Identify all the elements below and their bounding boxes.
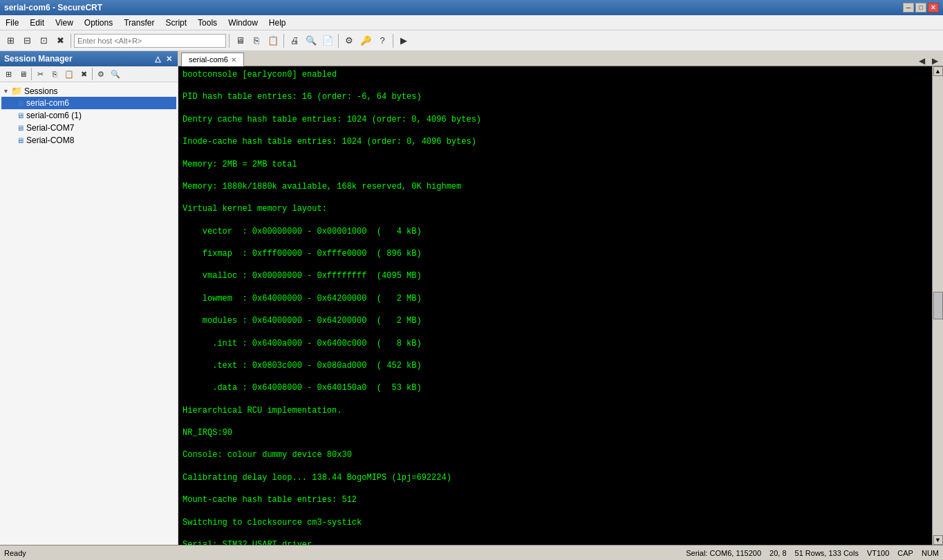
session-find-btn[interactable]: 🔍 xyxy=(109,68,122,80)
status-ready: Ready xyxy=(4,549,26,557)
term-line: .data : 0x64008000 - 0x640150a0 ( 53 kB) xyxy=(183,382,928,393)
status-serial: Serial: COM6, 115200 xyxy=(686,549,761,557)
term-line: .text : 0x0803c000 - 0x080ad000 ( 452 kB… xyxy=(183,360,928,371)
term-line: Mount-cache hash table entries: 512 xyxy=(183,494,928,505)
status-bar: Ready Serial: COM6, 115200 20, 8 51 Rows… xyxy=(0,545,943,560)
toolbar-btn-2[interactable]: ⊟ xyxy=(19,33,35,48)
session-toolbar: ⊞ 🖥 ✂ ⎘ 📋 ✖ ⚙ 🔍 xyxy=(0,66,178,82)
toolbar-print[interactable]: 🖨 xyxy=(287,33,302,48)
menu-transfer[interactable]: Transfer xyxy=(118,15,160,30)
session-icon-3: 🖥 xyxy=(17,124,24,132)
menu-tools[interactable]: Tools xyxy=(192,15,223,30)
term-line: .init : 0x6400a000 - 0x6400c000 ( 8 kB) xyxy=(183,338,928,349)
status-right: Serial: COM6, 115200 20, 8 51 Rows, 133 … xyxy=(686,549,939,557)
tab-nav-left[interactable]: ◀ xyxy=(917,56,927,66)
menu-view[interactable]: View xyxy=(50,15,79,30)
session-panel-header-controls: △ ✕ xyxy=(153,55,174,64)
status-position: 20, 8 xyxy=(769,549,786,557)
title-bar: serial-com6 - SecureCRT ─ □ ✕ xyxy=(0,0,943,15)
term-line: Hierarchical RCU implementation. xyxy=(183,405,928,416)
tabs-right: ◀ ▶ xyxy=(917,56,943,66)
term-line: vmalloc : 0x00000000 - 0xffffffff (4095 … xyxy=(183,270,928,281)
toolbar-separator-2 xyxy=(229,34,230,48)
term-line: Calibrating delay loop... 138.44 BogoMIP… xyxy=(183,472,928,483)
session-icon-4: 🖥 xyxy=(17,136,24,144)
title-bar-controls: ─ □ ✕ xyxy=(903,3,939,12)
toolbar-help[interactable]: ? xyxy=(375,33,390,48)
session-panel: Session Manager △ ✕ ⊞ 🖥 ✂ ⎘ 📋 ✖ ⚙ 🔍 ▼ 📁 … xyxy=(0,51,178,545)
tab-nav-right[interactable]: ▶ xyxy=(930,56,940,66)
menu-script[interactable]: Script xyxy=(160,15,192,30)
term-line: fixmap : 0xfff00000 - 0xfffe0000 ( 896 k… xyxy=(183,248,928,259)
toolbar-log[interactable]: 📄 xyxy=(320,33,335,48)
session-connect-btn[interactable]: 🖥 xyxy=(16,68,30,80)
session-cut-btn[interactable]: ✂ xyxy=(33,68,47,80)
toolbar-btn-1[interactable]: ⊞ xyxy=(3,33,18,48)
menu-file[interactable]: File xyxy=(0,15,24,30)
terminal-wrapper: bootconsole [earlycon0] enabled PID hash… xyxy=(178,66,943,545)
tabs-bar: serial-com6 ✕ ◀ ▶ xyxy=(178,51,943,66)
scroll-up-btn[interactable]: ▲ xyxy=(933,66,943,76)
terminal-scrollbar[interactable]: ▲ ▼ xyxy=(932,66,943,545)
term-line: lowmem : 0x64000000 - 0x64200000 ( 2 MB) xyxy=(183,293,928,304)
session-tree: ▼ 📁 Sessions 🖥 serial-com6 🖥 serial-com6… xyxy=(0,82,178,545)
session-new-btn[interactable]: ⊞ xyxy=(1,68,15,80)
panel-close-button[interactable]: ✕ xyxy=(165,55,174,64)
menu-help[interactable]: Help xyxy=(263,15,292,30)
minimize-button[interactable]: ─ xyxy=(903,3,914,12)
scroll-down-btn[interactable]: ▼ xyxy=(933,535,943,545)
status-cap: CAP xyxy=(897,549,913,557)
session-paste-btn[interactable]: 📋 xyxy=(62,68,76,80)
toolbar-script[interactable]: ▶ xyxy=(396,33,411,48)
tab-serial-com6[interactable]: serial-com6 ✕ xyxy=(181,53,244,66)
toolbar-btn-4[interactable]: ✖ xyxy=(53,33,68,48)
menu-bar: File Edit View Options Transfer Script T… xyxy=(0,15,943,30)
toolbar-find[interactable]: 🔍 xyxy=(304,33,319,48)
tree-item-serial-com8[interactable]: 🖥 Serial-COM8 xyxy=(1,134,176,147)
term-line: vector : 0x00000000 - 0x00001000 ( 4 kB) xyxy=(183,226,928,237)
term-line: Switching to clocksource cm3-systick xyxy=(183,517,928,528)
tab-label-1: serial-com6 xyxy=(189,55,228,64)
right-pane: serial-com6 ✕ ◀ ▶ bootconsole [earlycon0… xyxy=(178,51,943,545)
close-button[interactable]: ✕ xyxy=(928,3,939,12)
toolbar-btn-3[interactable]: ⊡ xyxy=(36,33,51,48)
session-copy-btn[interactable]: ⎘ xyxy=(48,68,62,80)
toolbar-separator-4 xyxy=(338,34,339,48)
session-props-btn[interactable]: ⚙ xyxy=(94,68,108,80)
toolbar-connect[interactable]: 🖥 xyxy=(232,33,248,48)
tree-item-label-3: Serial-COM7 xyxy=(26,123,74,133)
toolbar-separator-3 xyxy=(283,34,284,48)
toolbar-copy[interactable]: ⎘ xyxy=(249,33,264,48)
host-input[interactable] xyxy=(74,34,226,48)
expand-icon: ▼ xyxy=(3,88,9,95)
session-icon-1: 🖥 xyxy=(17,99,24,107)
term-line: Virtual kernel memory layout: xyxy=(183,203,928,214)
session-manager-title: Session Manager xyxy=(4,54,73,64)
tree-item-serial-com7[interactable]: 🖥 Serial-COM7 xyxy=(1,122,176,134)
tree-item-label-1: serial-com6 xyxy=(26,98,69,108)
term-line: Memory: 2MB = 2MB total xyxy=(183,159,928,170)
term-line: modules : 0x64000000 - 0x64200000 ( 2 MB… xyxy=(183,315,928,326)
toolbar-settings[interactable]: ⚙ xyxy=(342,33,357,48)
tree-root-sessions[interactable]: ▼ 📁 Sessions xyxy=(1,85,176,97)
folder-icon: 📁 xyxy=(11,86,22,96)
main-area: Session Manager △ ✕ ⊞ 🖥 ✂ ⎘ 📋 ✖ ⚙ 🔍 ▼ 📁 … xyxy=(0,51,943,545)
tree-item-serial-com6[interactable]: 🖥 serial-com6 xyxy=(1,97,176,109)
term-line: Dentry cache hash table entries: 1024 (o… xyxy=(183,114,928,125)
menu-options[interactable]: Options xyxy=(79,15,118,30)
toolbar-separator-5 xyxy=(393,34,393,48)
menu-window[interactable]: Window xyxy=(223,15,263,30)
tab-close-1[interactable]: ✕ xyxy=(231,56,236,64)
tree-item-label-2: serial-com6 (1) xyxy=(26,111,82,120)
maximize-button[interactable]: □ xyxy=(915,3,926,12)
tree-item-serial-com6-1[interactable]: 🖥 serial-com6 (1) xyxy=(1,109,176,122)
scroll-thumb[interactable] xyxy=(933,292,943,319)
tabs-left: serial-com6 ✕ xyxy=(181,53,244,66)
terminal[interactable]: bootconsole [earlycon0] enabled PID hash… xyxy=(178,66,932,545)
toolbar-separator-1 xyxy=(71,34,71,48)
toolbar-paste[interactable]: 📋 xyxy=(265,33,281,48)
panel-pin-button[interactable]: △ xyxy=(153,55,162,64)
session-delete-btn[interactable]: ✖ xyxy=(77,68,91,80)
menu-edit[interactable]: Edit xyxy=(24,15,50,30)
toolbar-key[interactable]: 🔑 xyxy=(358,33,373,48)
